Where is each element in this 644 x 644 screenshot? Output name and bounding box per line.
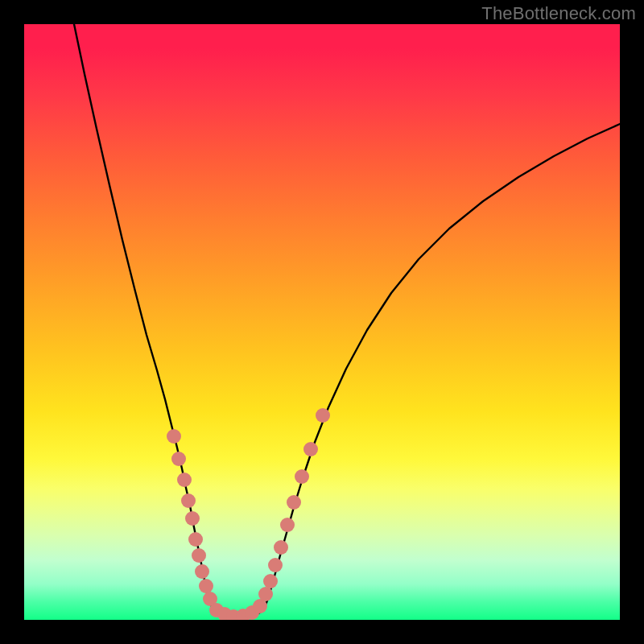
highlight-dot bbox=[287, 495, 301, 510]
highlight-dot bbox=[177, 473, 192, 487]
highlight-dot bbox=[316, 408, 330, 423]
highlight-dot bbox=[185, 511, 200, 526]
highlight-dot bbox=[280, 518, 295, 532]
highlight-dot bbox=[171, 452, 186, 466]
highlight-dot bbox=[274, 540, 288, 555]
highlight-dot bbox=[295, 469, 309, 484]
watermark-text: TheBottleneck.com bbox=[481, 3, 636, 24]
highlight-dot bbox=[303, 442, 318, 456]
highlight-dot bbox=[258, 587, 273, 601]
highlight-dot bbox=[199, 579, 213, 593]
highlight-dot bbox=[268, 558, 283, 572]
highlight-dot bbox=[188, 532, 203, 547]
highlight-dot bbox=[181, 493, 196, 508]
highlight-dot bbox=[192, 548, 206, 563]
highlight-dot bbox=[263, 574, 278, 588]
highlight-dot bbox=[167, 429, 181, 444]
curve-right-curve bbox=[264, 124, 620, 609]
chart-frame: TheBottleneck.com bbox=[0, 0, 644, 644]
highlight-dot bbox=[195, 564, 209, 579]
plot-area bbox=[24, 24, 620, 620]
chart-svg bbox=[24, 24, 620, 620]
